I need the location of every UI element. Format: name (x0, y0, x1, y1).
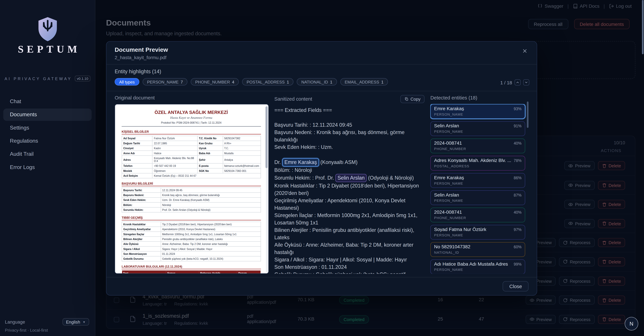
sanitized-line: === Extracted Fields === (274, 106, 425, 114)
sanitized-text: === Extracted Fields ===Başvuru Tarihi: … (274, 106, 425, 274)
doc-cell: 5829104-7382-001 (223, 168, 260, 173)
sidebar-item-settings[interactable]: Settings (3, 122, 92, 134)
entity-card[interactable]: 2024-00874140%PHONE_NUMBER (430, 208, 525, 222)
entity-card[interactable]: Emre Karakaş93%PERSON_NAME (430, 104, 525, 119)
entity-card[interactable]: No 5829104738260%NATIONAL_ID (430, 242, 525, 257)
doc-cell: Kronik baş ağrısı, baş dönmesi, görme bu… (161, 192, 261, 198)
chevron-down-icon[interactable] (523, 79, 530, 86)
doc-cell: Süregelen İlaçlar (122, 232, 160, 236)
modal-filename: 2_hasta_kayit_formu.pdf (115, 55, 168, 60)
doc-cell: Apendektomi (2010, Konya Devlet Hastanes… (161, 227, 261, 232)
sanitized-line: Kronik Hastalıklar : Tip 2 Diyabet (2018… (274, 182, 425, 197)
doc-row: Aile ÖyküsüAnne: Alzheimer, Baba: Tip 2 … (122, 242, 260, 246)
document-scrollbar[interactable] (266, 105, 268, 272)
privacy-note: Privacy-first · Local-first (5, 328, 48, 332)
entity-highlight[interactable]: Emre Karakaş (282, 158, 319, 166)
entity-list: Emre Karakaş93%PERSON_NAMESelin Arslan91… (430, 104, 528, 274)
entity-filter-chips: All typesPERSON_NAME7PHONE_NUMBER4POSTAL… (115, 78, 528, 86)
modal-title-block: Document Preview 2_hasta_kayit_formu.pdf (115, 46, 168, 60)
modal-header: Document Preview 2_hasta_kayit_formu.pdf (106, 42, 537, 64)
entity-card[interactable]: Selin Arslan91%PERSON_NAME (430, 121, 525, 136)
doc-cell: Kan Grubu (198, 141, 223, 146)
doc-cell: Kronik Hastalıklar (122, 222, 160, 227)
language-select[interactable]: English ▼ (62, 318, 89, 326)
section-title-lab: LABORATUVAR BULGULARI (12.11.2024) (122, 265, 261, 269)
doc-row: Bilinen AlerjilerPenisilin grubu antibiy… (122, 236, 260, 242)
entity-value: Emre Karakaş (434, 175, 464, 180)
entity-value: 2024-008741 (434, 140, 462, 146)
page-scrollbar[interactable] (642, 0, 644, 54)
doc-cell: Bölüm: (122, 202, 160, 207)
detected-entities-label: Detected entities (18) (430, 95, 528, 101)
sanitized-line: Aile Öyküsü : Anne: Alzheimer, Baba: Tip… (274, 241, 425, 256)
doc-row: Süregelen İlaçlarMetformin 1000mg 2x1, A… (122, 232, 260, 236)
entity-card[interactable]: Adres Konyaaltı Mah. Akdeniz Blv. ...78%… (430, 156, 525, 170)
doc-cell: Sigara: Hayır | Alkol: Sosyal | Madde: H… (161, 246, 261, 251)
filter-chip-email-address[interactable]: EMAIL_ADDRESS1 (340, 78, 388, 86)
sanitized-line: Bölüm: : Nöroloji (274, 166, 425, 174)
doc-cell: Sorumlu Hekim: (122, 207, 160, 212)
sanitized-line (274, 114, 425, 121)
doc-row: Anne AdıHaticeBaba AdıMustafa (122, 151, 260, 156)
entity-type: PERSON_NAME (434, 198, 522, 202)
entity-card[interactable]: Selin Arslan87%PERSON_NAME (430, 190, 525, 205)
document-preview-modal: Document Preview 2_hasta_kayit_formu.pdf… (106, 41, 537, 296)
doc-cell: Konyaaltı Mah. Akdeniz Blv. No:88 D:4 (152, 156, 198, 163)
entity-value: Adı Hatice Baba Adı Mustafa Adres (434, 262, 508, 266)
entity-value: No 58291047382 (434, 244, 470, 249)
sanitized-line: Bilinen Alerjiler : Penisilin grubu anti… (274, 226, 425, 241)
sanitized-line: Sigara / Alkol : Sigara: Hayır | Alkol: … (274, 256, 425, 264)
doc-cell: 58291047382 (223, 136, 260, 141)
sanitized-line: Gebelik Durumu : Gebelik şüphesi yok (be… (274, 271, 425, 274)
clinic-name: ÖZEL ANTALYA SAĞLIK MERKEZİ (122, 110, 261, 114)
entity-list-scrollbar[interactable] (527, 102, 528, 128)
doc-cell: Geçirilmiş Ameliyatlar (122, 227, 160, 232)
doc-cell: 22.07.1985 (152, 141, 198, 146)
entity-confidence: 40% (514, 210, 522, 214)
doc-cell: Acil İletişim (122, 173, 152, 178)
entity-card[interactable]: Adı Hatice Baba Adı Mustafa Adres99%PERS… (430, 260, 525, 274)
doc-cell: 12.11.2024 09:45 (161, 188, 261, 192)
chip-label: PHONE_NUMBER (195, 80, 230, 84)
chip-count: 1 (381, 80, 384, 84)
brand-tagline-row: AI PRIVACY GATEWAY v0.1.10 (0, 76, 95, 81)
chevron-up-icon[interactable] (514, 79, 521, 86)
doc-row: Geçirilmiş AmeliyatlarApendektomi (2010,… (122, 227, 260, 232)
filter-chip-national-id[interactable]: NATIONAL_ID1 (297, 78, 337, 86)
filter-chip-all-types[interactable]: All types (115, 78, 139, 86)
highlight-page-indicator: 1 / 18 (500, 80, 512, 85)
avatar-button[interactable]: N (625, 317, 638, 330)
filter-chip-person-name[interactable]: PERSON_NAME7 (142, 78, 188, 86)
doc-cell: Baba Adı (198, 151, 223, 156)
doc-row: Sigara / AlkolSigara: Hayır | Alkol: Sos… (122, 246, 260, 251)
doc-cell: Fatma Nur Öztürk (152, 136, 198, 141)
section-title-application: BAŞVURU BİLGİLERİ (122, 182, 261, 186)
sidebar-item-regulations[interactable]: Regulations (3, 135, 92, 147)
doc-cell: Bilinen Alerjiler (122, 236, 160, 242)
doc-cell: Prof. Dr. Selin Arslan (Odyoloji & Nörol… (161, 207, 261, 212)
filter-chip-phone-number[interactable]: PHONE_NUMBER4 (191, 78, 239, 86)
sidebar-item-audit-trail[interactable]: Audit Trail (3, 148, 92, 160)
lab-header-cell: Durum (237, 270, 261, 274)
sidebar-item-chat[interactable]: Chat (3, 96, 92, 108)
entity-confidence: 60% (514, 244, 522, 249)
entity-confidence: 99% (514, 262, 522, 266)
entity-highlight[interactable]: Selin Arslan (336, 174, 367, 182)
original-document-preview[interactable]: ÖZEL ANTALYA SAĞLIK MERKEZİ Hasta Kayıt … (115, 104, 268, 274)
sidebar-item-documents[interactable]: Documents (3, 108, 92, 121)
entity-card[interactable]: 2024-00874140%PHONE_NUMBER (430, 138, 525, 154)
close-button[interactable]: Close (503, 281, 528, 292)
filter-chip-postal-address[interactable]: POSTAL_ADDRESS1 (242, 78, 294, 86)
copy-button[interactable]: Copy (400, 95, 425, 103)
close-icon[interactable] (520, 46, 530, 56)
entity-card[interactable]: Soyad Fatma Nur Öztürk97%PERSON_NAME (430, 225, 525, 240)
entity-card[interactable]: Emre Karakaş86%PERSON_NAME (430, 173, 525, 188)
form-title: Hasta Kayıt ve Anamnez Formu (122, 116, 261, 120)
doc-row: CinsiyetKadınUyrukT.C. (122, 146, 260, 150)
sanitized-line: Süregelen İlaçlar : Metformin 1000mg 2x1… (274, 212, 425, 226)
doc-row: Telefon+90 507 442 83 19E-postafatmanur.… (122, 164, 260, 168)
sidebar-item-error-logs[interactable]: Error Logs (3, 161, 92, 174)
entity-confidence: 93% (514, 106, 522, 111)
doc-cell: Adres (122, 156, 152, 163)
doc-row: Başvuru Tarihi:12.11.2024 09:45 (122, 188, 260, 192)
